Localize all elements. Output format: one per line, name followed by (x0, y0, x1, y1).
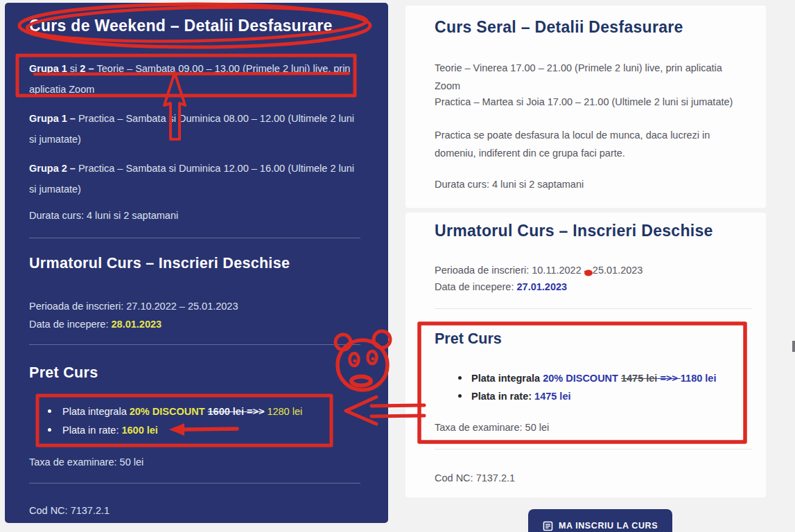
weekend-start-date: Data de incepere: 28.01.2023 (29, 315, 355, 333)
price-installments: Plata in rate: 1475 lei (458, 389, 749, 404)
weekend-price-full-payment: Plata integrala 20% DISCOUNT 1600 lei =>… (48, 404, 353, 419)
scrollbar-thumb[interactable] (792, 341, 795, 352)
divider (29, 344, 360, 345)
discount-label: 20% DISCOUNT (543, 373, 621, 384)
start-date-value: 27.01.2023 (517, 281, 568, 292)
seral-schedule-theory: Teorie – Vinerea 17.00 – 21.00 (Primele … (435, 59, 750, 95)
enroll-button[interactable]: MA INSCRIU LA CURS (528, 509, 672, 532)
weekend-enrollment-period: Perioada de inscrieri: 27.10.2022 – 25.0… (29, 297, 355, 315)
old-price: 1600 lei =>> (208, 406, 265, 417)
arrow-text: =>> (657, 373, 680, 384)
installment-price: 1475 lei (534, 391, 570, 402)
weekend-start-date-value: 28.01.2023 (112, 319, 162, 330)
bullet-icon (48, 409, 51, 413)
start-date: Data de incepere: 27.01.2023 (435, 278, 750, 296)
weekend-course-title: Curs de Weekend – Detalii Desfasurare (29, 17, 376, 35)
group-2-label: Grupa 2 – (29, 163, 78, 174)
bullet-icon (458, 376, 462, 380)
weekend-price-title: Pret Curs (29, 364, 98, 382)
next-course-card: Urmatorul Curs – Inscrieri Deschise Peri… (405, 213, 766, 497)
exam-fee: Taxa de examinare: 50 lei (435, 418, 750, 436)
weekend-next-course-title: Urmatorul Curs – Inscrieri Deschise (29, 255, 290, 272)
price-full-payment: Plata integrala 20% DISCOUNT 1475 lei =>… (458, 371, 749, 386)
divider (29, 238, 360, 238)
divider (29, 483, 360, 484)
bullet-icon (458, 394, 462, 398)
weekend-price-installments: Plata in rate: 1600 lei (48, 423, 353, 438)
new-price: 1180 lei (681, 373, 717, 384)
price-title: Pret Curs (435, 330, 502, 348)
divider (435, 308, 752, 309)
discount-label: 20% DISCOUNT (130, 406, 208, 417)
installment-price: 1600 lei (121, 425, 157, 436)
weekend-schedule-practice-1: Grupa 1 – Practica – Sambata si Duminica… (29, 108, 355, 150)
weekend-schedule-theory: Grupa 1 si 2 – Teorie – Sambata 09.00 – … (29, 58, 355, 100)
cod-nc: Cod NC: 7137.2.1 (435, 469, 750, 487)
seral-practice-note: Practica se poate desfasura la locul de … (435, 126, 750, 162)
seral-course-card: Curs Seral – Detalii Desfasurare Teorie … (405, 6, 766, 208)
weekend-schedule-practice-2: Grupa 2 – Practica – Sambata si Duminica… (29, 158, 355, 200)
group-2-label: 2 – (80, 63, 96, 74)
seral-course-duration: Durata curs: 4 luni si 2 saptamani (435, 175, 750, 193)
group-1-label: Grupa 1 – (29, 113, 78, 124)
registration-form-icon (543, 521, 553, 531)
group-1-label: Grupa 1 (29, 63, 67, 74)
weekend-cod-nc: Cod NC: 7137.2.1 (29, 500, 355, 521)
divider (435, 449, 752, 450)
next-course-title: Urmatorul Curs – Inscrieri Deschise (435, 222, 713, 240)
enrollment-period: Perioada de inscrieri: 10.11.2022 – 25.0… (435, 261, 750, 279)
old-price: 1475 lei (621, 373, 657, 384)
new-price: 1280 lei (264, 406, 302, 417)
bullet-icon (48, 428, 51, 432)
weekend-course-panel: Curs de Weekend – Detalii Desfasurare Gr… (5, 3, 388, 523)
seral-schedule-practice: Practica – Martea si Joia 17.00 – 21.00 … (435, 93, 750, 111)
seral-course-title: Curs Seral – Detalii Desfasurare (435, 18, 683, 37)
weekend-course-duration: Durata curs: 4 luni si 2 saptamani (29, 205, 355, 226)
enroll-button-label: MA INSCRIU LA CURS (559, 521, 658, 531)
weekend-exam-fee: Taxa de examinare: 50 lei (29, 452, 355, 472)
